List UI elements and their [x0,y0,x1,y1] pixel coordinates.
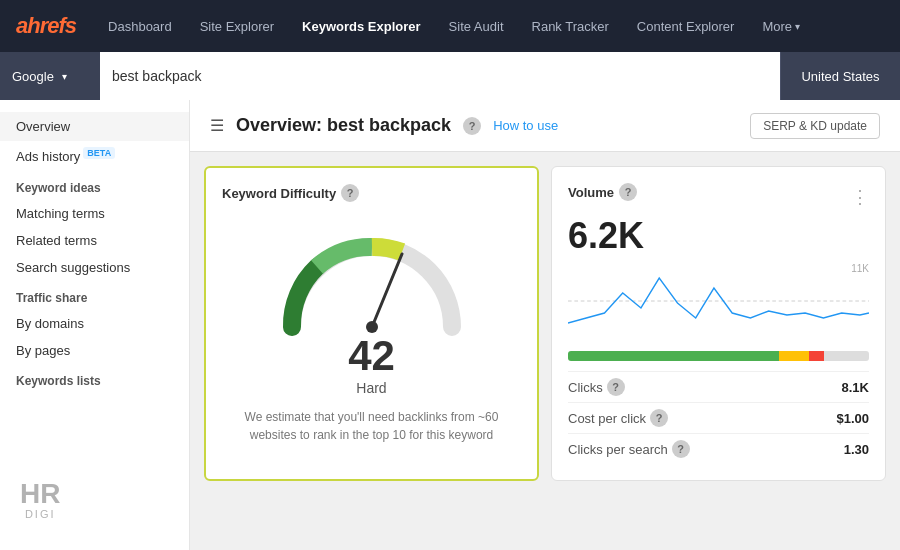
how-to-use-link[interactable]: How to use [493,118,558,133]
volume-card-title: Volume ? [568,183,637,201]
cps-label: Clicks per search ? [568,440,690,458]
volume-help-icon[interactable]: ? [619,183,637,201]
kd-card-title: Keyword Difficulty ? [222,184,521,202]
sidebar-section-keyword-lists: Keywords lists [0,364,189,393]
kd-help-icon[interactable]: ? [341,184,359,202]
search-bar: Google ▾ United States [0,52,900,100]
serp-kd-update-button[interactable]: SERP & KD update [750,113,880,139]
top-navigation: ahrefs Dashboard Site Explorer Keywords … [0,0,900,52]
cps-help-icon[interactable]: ? [672,440,690,458]
nav-dashboard[interactable]: Dashboard [96,13,184,40]
gauge-container: 42 Hard We estimate that you'll need bac… [222,212,521,449]
sidebar-item-search-suggestions[interactable]: Search suggestions [0,254,189,281]
volume-value: 6.2K [568,215,869,257]
volume-options-icon[interactable]: ⋮ [851,186,869,208]
sidebar-item-ads-history[interactable]: Ads historyBETA [0,141,189,171]
page-title: Overview: best backpack [236,115,451,136]
cpc-value: $1.00 [836,411,869,426]
click-bar-gray [824,351,869,361]
content-area: ☰ Overview: best backpack ? How to use S… [190,100,900,550]
sidebar-item-related-terms[interactable]: Related terms [0,227,189,254]
kd-score: 42 [348,332,395,380]
main-layout: Overview Ads historyBETA Keyword ideas M… [0,100,900,550]
click-bar-green [568,351,779,361]
chevron-down-icon: ▾ [795,21,800,32]
watermark: HR DIGI [20,480,60,520]
nav-site-explorer[interactable]: Site Explorer [188,13,286,40]
nav-more[interactable]: More ▾ [750,13,812,40]
svg-line-0 [372,254,402,327]
engine-label: Google [12,69,54,84]
nav-site-audit[interactable]: Site Audit [437,13,516,40]
search-input-wrap [100,52,780,100]
clicks-metric-row: Clicks ? 8.1K [568,371,869,402]
volume-card: Volume ? ⋮ 6.2K 11K [551,166,886,481]
sparkline-chart-area: 11K [568,263,869,343]
sparkline-svg [568,263,869,338]
volume-card-header: Volume ? ⋮ [568,183,869,211]
chart-max-label: 11K [851,263,869,274]
kd-description: We estimate that you'll need backlinks f… [242,408,502,444]
sidebar-item-overview[interactable]: Overview [0,112,189,141]
sidebar-section-traffic-share: Traffic share [0,281,189,310]
click-bar [568,351,869,361]
sidebar-item-by-domains[interactable]: By domains [0,310,189,337]
country-badge[interactable]: United States [780,52,900,100]
clicks-label: Clicks ? [568,378,625,396]
search-input[interactable] [112,68,768,84]
keyword-difficulty-card: Keyword Difficulty ? [204,166,539,481]
nav-rank-tracker[interactable]: Rank Tracker [520,13,621,40]
sidebar-item-by-pages[interactable]: By pages [0,337,189,364]
cpc-label: Cost per click ? [568,409,668,427]
click-bar-red [809,351,824,361]
dashboard-grid: Keyword Difficulty ? [190,152,900,495]
engine-chevron-icon: ▾ [62,71,67,82]
cps-value: 1.30 [844,442,869,457]
nav-content-explorer[interactable]: Content Explorer [625,13,747,40]
gauge-chart [272,222,472,342]
sidebar-item-matching-terms[interactable]: Matching terms [0,200,189,227]
nav-keywords-explorer[interactable]: Keywords Explorer [290,13,433,40]
engine-select[interactable]: Google ▾ [0,52,100,100]
content-header: ☰ Overview: best backpack ? How to use S… [190,100,900,152]
clicks-help-icon[interactable]: ? [607,378,625,396]
ahrefs-logo: ahrefs [16,13,76,39]
beta-badge: BETA [83,147,115,159]
cpc-metric-row: Cost per click ? $1.00 [568,402,869,433]
cps-metric-row: Clicks per search ? 1.30 [568,433,869,464]
cpc-help-icon[interactable]: ? [650,409,668,427]
kd-label: Hard [356,380,386,396]
help-icon[interactable]: ? [463,117,481,135]
click-bar-yellow [779,351,809,361]
clicks-value: 8.1K [842,380,869,395]
hamburger-icon[interactable]: ☰ [210,116,224,135]
sidebar-section-keyword-ideas: Keyword ideas [0,171,189,200]
